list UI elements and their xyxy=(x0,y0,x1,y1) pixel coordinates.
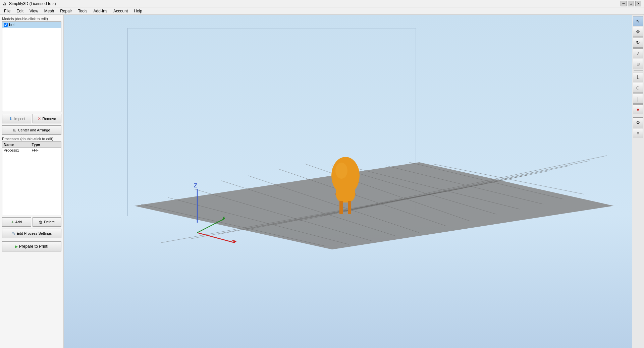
add-label: Add xyxy=(15,220,22,224)
cut-tool-button[interactable]: L xyxy=(633,72,643,82)
svg-text:Z: Z xyxy=(194,183,197,188)
mirror-tool-button[interactable]: ⊟ xyxy=(633,59,643,69)
app-icon: 🖨 xyxy=(3,1,7,6)
svg-rect-37 xyxy=(348,201,351,214)
processes-section-label: Processes (double-click to edit) xyxy=(2,137,61,141)
right-toolbar: ↖ ✥ ↻ ⤢ ⊟ L ⬡ | ● ⚙ ≡ xyxy=(632,15,644,348)
import-icon xyxy=(8,116,13,121)
prepare-to-print-label: Prepare to Print! xyxy=(19,244,48,249)
center-icon xyxy=(13,128,16,132)
delete-label: Delete xyxy=(44,220,55,224)
center-arrange-button[interactable]: Center and Arrange xyxy=(2,125,61,135)
add-button[interactable]: Add xyxy=(2,217,31,227)
edit-process-settings-label: Edit Process Settings xyxy=(17,231,52,235)
menu-item-file[interactable]: File xyxy=(1,8,13,14)
delete-button[interactable]: Delete xyxy=(33,217,62,227)
model-checkbox[interactable] xyxy=(4,23,8,27)
scale-tool-button[interactable]: ⤢ xyxy=(633,48,643,58)
menu-bar: FileEditViewMeshRepairToolsAdd-InsAccoun… xyxy=(0,7,644,15)
minimize-button[interactable]: ─ xyxy=(621,1,627,6)
menu-item-help[interactable]: Help xyxy=(131,8,145,14)
edit-process-icon xyxy=(12,231,15,236)
title-bar-title: Simplify3D (Licensed to s) xyxy=(9,1,56,6)
delete-icon xyxy=(39,220,43,224)
layers-tool-button[interactable]: ≡ xyxy=(633,128,643,138)
models-section: Models (double-click to edit) bel xyxy=(2,17,61,112)
process-row[interactable]: Process1 FFF xyxy=(2,148,61,153)
models-list[interactable]: bel xyxy=(2,21,61,112)
paint-tool-button[interactable]: ● xyxy=(633,104,643,114)
left-panel: Models (double-click to edit) bel Import… xyxy=(0,15,64,348)
support-tool-button[interactable]: | xyxy=(633,94,643,104)
svg-point-35 xyxy=(335,163,347,179)
processes-table-header: Name Type xyxy=(2,142,61,148)
processes-list[interactable]: Name Type Process1 FFF xyxy=(2,141,61,215)
svg-rect-34 xyxy=(336,174,355,202)
import-button[interactable]: Import xyxy=(2,114,31,123)
mesh-tool-button[interactable]: ⬡ xyxy=(633,83,643,93)
prepare-to-print-button[interactable]: Prepare to Print! xyxy=(2,241,61,251)
viewport[interactable]: Z xyxy=(64,15,632,348)
scene-svg: Z xyxy=(64,15,632,348)
process-type: FFF xyxy=(32,148,60,152)
maximize-button[interactable]: □ xyxy=(628,1,634,6)
main-layout: Models (double-click to edit) bel Import… xyxy=(0,15,644,348)
settings-tool-button[interactable]: ⚙ xyxy=(633,117,643,127)
svg-rect-36 xyxy=(339,201,343,214)
model-item[interactable]: bel xyxy=(2,22,61,28)
import-label: Import xyxy=(14,117,25,121)
processes-section: Processes (double-click to edit) Name Ty… xyxy=(2,137,61,215)
model-name: bel xyxy=(9,22,14,27)
toolbar-divider-1 xyxy=(634,70,643,71)
close-button[interactable]: ✕ xyxy=(635,1,641,6)
menu-item-edit[interactable]: Edit xyxy=(14,8,26,14)
col-name: Name xyxy=(4,142,32,147)
remove-icon xyxy=(38,116,41,121)
menu-item-account[interactable]: Account xyxy=(111,8,130,14)
menu-item-mesh[interactable]: Mesh xyxy=(42,8,57,14)
title-bar-controls: ─ □ ✕ xyxy=(621,1,641,6)
models-section-label: Models (double-click to edit) xyxy=(2,17,61,21)
rotate-tool-button[interactable]: ↻ xyxy=(633,38,643,48)
move-tool-button[interactable]: ✥ xyxy=(633,27,643,37)
import-remove-row: Import Remove xyxy=(2,114,61,123)
col-type: Type xyxy=(32,142,60,147)
title-bar-left: 🖨 Simplify3D (Licensed to s) xyxy=(3,1,56,6)
menu-item-add-ins[interactable]: Add-Ins xyxy=(91,8,110,14)
title-bar: 🖨 Simplify3D (Licensed to s) ─ □ ✕ xyxy=(0,0,644,7)
process-name: Process1 xyxy=(4,148,32,152)
prepare-icon xyxy=(15,244,18,249)
add-delete-row: Add Delete xyxy=(2,217,61,227)
center-arrange-label: Center and Arrange xyxy=(18,128,50,132)
edit-process-settings-button[interactable]: Edit Process Settings xyxy=(2,229,61,238)
menu-item-tools[interactable]: Tools xyxy=(75,8,90,14)
menu-item-repair[interactable]: Repair xyxy=(57,8,74,14)
remove-button[interactable]: Remove xyxy=(33,114,62,123)
menu-item-view[interactable]: View xyxy=(27,8,41,14)
toolbar-divider-2 xyxy=(634,116,643,116)
remove-label: Remove xyxy=(42,117,56,121)
add-icon xyxy=(11,219,14,225)
select-tool-button[interactable]: ↖ xyxy=(633,16,643,26)
